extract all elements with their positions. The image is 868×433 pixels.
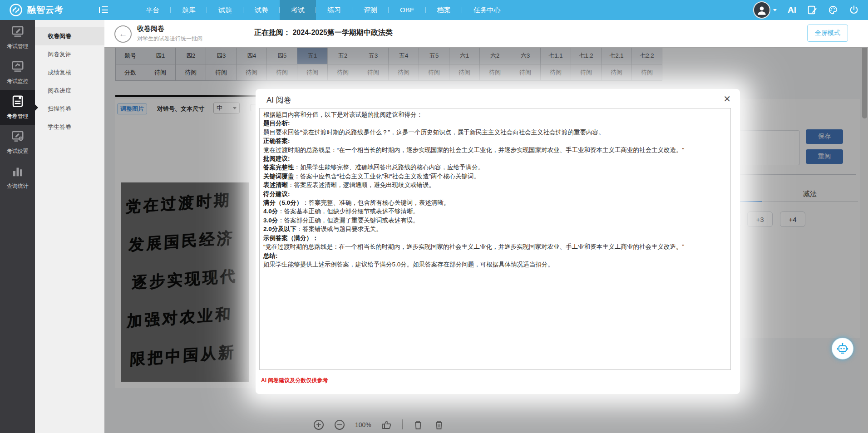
collapse-menu-icon[interactable]	[99, 6, 108, 14]
delete-all-icon[interactable]	[434, 419, 444, 430]
score-cell[interactable]: 待阅	[145, 64, 176, 81]
question-cell[interactable]: 四1	[145, 47, 176, 64]
score-cell[interactable]: 待阅	[206, 64, 237, 81]
question-cell[interactable]: 四3	[206, 47, 237, 64]
zoom-in-icon[interactable]	[313, 419, 324, 430]
score-cell[interactable]: 待阅	[480, 64, 510, 81]
nav-tab-5[interactable]: 考试	[280, 0, 316, 20]
ai-text-line: 答案完整性：如果学生能够完整、准确地回答出总路线的核心内容，应给予满分。	[263, 163, 727, 172]
question-cell[interactable]: 七1.2	[571, 47, 602, 64]
question-cell[interactable]: 六1	[449, 47, 480, 64]
submenu-item-3[interactable]: 成绩复核	[35, 64, 104, 82]
ai-text-span: 根据题目内容和分值，以下是对该试题的批阅建议和得分：	[263, 111, 423, 118]
score-cell[interactable]: 待阅	[541, 64, 571, 81]
fullscreen-button[interactable]: 全屏模式	[807, 25, 848, 42]
nav-tab-6[interactable]: 练习	[316, 0, 352, 20]
score-cell[interactable]: 待阅	[571, 64, 602, 81]
question-cell[interactable]: 五2	[328, 47, 358, 64]
top-nav: 融智云考 平台题库试题试卷考试练习评测OBE档案任务中心 Ai	[0, 0, 868, 20]
nav-tab-7[interactable]: 评测	[352, 0, 389, 20]
save-button[interactable]: 保存	[806, 129, 843, 144]
thumb-up-icon[interactable]	[381, 419, 392, 430]
question-cell[interactable]: 四4	[237, 47, 267, 64]
ai-text-line: 根据题目内容和分值，以下是对该试题的批阅建议和得分：	[263, 110, 727, 119]
question-cell[interactable]: 四5	[267, 47, 297, 64]
ai-text-span: 如果学生能够提供上述示例答案，建议给予满分5.0分。如果答案存在部分问题，可根据…	[263, 261, 554, 268]
nav-tab-10[interactable]: 任务中心	[462, 0, 512, 20]
scrollbar-thumb[interactable]	[862, 47, 867, 118]
score-cell[interactable]: 待阅	[389, 64, 419, 81]
submenu-item-2[interactable]: 阅卷复评	[35, 45, 104, 64]
feedback-icon[interactable]	[807, 5, 817, 15]
ai-text-bold: 关键词覆盖	[263, 173, 294, 180]
sidebar-item-2[interactable]: 考试监控	[0, 55, 35, 90]
regrade-button[interactable]: 重阅	[806, 149, 843, 164]
back-button[interactable]: ←	[114, 25, 132, 43]
submenu-item-4[interactable]: 阅卷进度	[35, 82, 104, 100]
submenu-item-5[interactable]: 扫描答卷	[35, 100, 104, 118]
avatar[interactable]	[753, 1, 770, 19]
question-cell[interactable]: 五5	[419, 47, 449, 64]
score-cell[interactable]: 待阅	[449, 64, 480, 81]
ai-icon[interactable]: Ai	[788, 5, 796, 15]
ai-disclaimer: AI 阅卷建议及分数仅供参考	[261, 377, 328, 384]
handwriting-line: 加强对农业和	[126, 302, 249, 334]
nav-tab-1[interactable]: 平台	[134, 0, 171, 20]
content-scrollbar[interactable]: ▲	[861, 47, 868, 433]
score-cell[interactable]: 待阅	[237, 64, 267, 81]
user-menu[interactable]	[753, 1, 777, 19]
score-key-plus4[interactable]: +4	[780, 212, 805, 227]
ai-text-bold: 得分建议:	[263, 191, 290, 197]
question-score-row: 分数待阅待阅待阅待阅待阅待阅待阅待阅待阅待阅待阅待阅待阅待阅待阅待阅待阅	[115, 64, 662, 81]
question-cell[interactable]: 七1.1	[541, 47, 571, 64]
score-cell[interactable]: 待阅	[510, 64, 541, 81]
submenu-item-1[interactable]: 收卷阅卷	[35, 27, 104, 45]
nav-tab-8[interactable]: OBE	[389, 0, 426, 20]
question-cell[interactable]: 四2	[176, 47, 206, 64]
delete-icon[interactable]	[413, 419, 424, 430]
question-cell[interactable]: 五4	[389, 47, 419, 64]
nav-tab-2[interactable]: 题库	[171, 0, 207, 20]
question-cell[interactable]: 五3	[358, 47, 389, 64]
score-cell[interactable]: 待阅	[632, 64, 662, 81]
ai-text-span: “党在过渡时期的总路线是：在一个相当长的时期内，逐步实现国家的社会主义工业化，并…	[263, 243, 684, 250]
ai-text-bold: 3.0分	[263, 217, 278, 224]
score-cell[interactable]: 待阅	[358, 64, 389, 81]
score-cell[interactable]: 待阅	[328, 64, 358, 81]
question-cell[interactable]: 七2.2	[632, 47, 662, 64]
theme-palette-icon[interactable]	[828, 5, 838, 15]
handwriting-line: 逐步实现现代	[131, 265, 249, 295]
image-toolbar: 100%	[313, 419, 444, 433]
size-select[interactable]: 中	[213, 103, 240, 113]
nav-tab-9[interactable]: 档案	[426, 0, 462, 20]
sidebar-item-3[interactable]: 考卷管理	[0, 90, 35, 125]
ai-text-line: “党在过渡时期的总路线是：在一个相当长的时期内，逐步实现国家的社会主义工业化，并…	[263, 242, 727, 251]
tab-subtraction[interactable]: 减法	[762, 186, 858, 202]
question-cell[interactable]: 五1	[297, 47, 328, 64]
score-cell[interactable]: 待阅	[267, 64, 297, 81]
ai-text-line: 4.0分：答案基本正确，但缺少部分细节或表述不够清晰。	[263, 207, 727, 216]
submenu-item-6[interactable]: 学生答卷	[35, 118, 104, 136]
sidebar-item-4[interactable]: 考试设置	[0, 125, 35, 160]
score-key-plus3[interactable]: +3	[747, 212, 773, 227]
robot-icon	[836, 342, 849, 355]
size-select-value: 中	[217, 104, 222, 112]
ai-assistant-button[interactable]	[832, 338, 853, 359]
logout-power-icon[interactable]	[849, 5, 859, 15]
nav-tab-4[interactable]: 试卷	[243, 0, 280, 20]
score-cell[interactable]: 待阅	[602, 64, 632, 81]
question-cell[interactable]: 六2	[480, 47, 510, 64]
ai-text-line: 正确答案:	[263, 137, 727, 145]
close-icon[interactable]: ✕	[723, 93, 731, 104]
score-cell[interactable]: 待阅	[297, 64, 328, 81]
sidebar-item-1[interactable]: 考试管理	[0, 20, 35, 55]
question-cell[interactable]: 六3	[510, 47, 541, 64]
adjust-image-button[interactable]: 调整图片	[117, 103, 147, 114]
nav-tab-3[interactable]: 试题	[207, 0, 243, 20]
score-cell[interactable]: 待阅	[419, 64, 449, 81]
sidebar-item-5[interactable]: 查询统计	[0, 160, 35, 195]
question-cell[interactable]: 七2.1	[602, 47, 632, 64]
zoom-out-icon[interactable]	[334, 419, 345, 430]
ai-suggestion-text[interactable]: 根据题目内容和分值，以下是对该试题的批阅建议和得分：题目分析:题目要求回答“党在…	[259, 108, 731, 370]
score-cell[interactable]: 待阅	[176, 64, 206, 81]
